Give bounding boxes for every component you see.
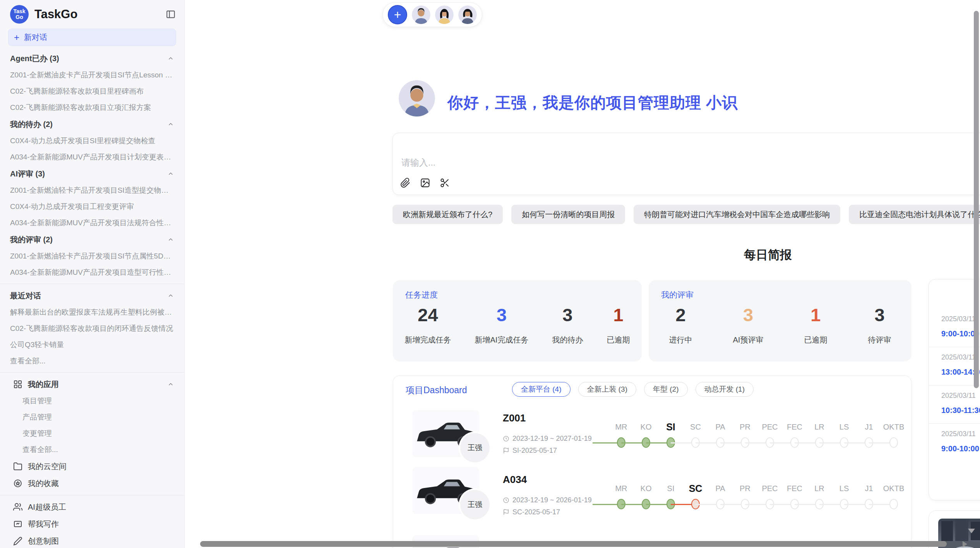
my-apps-header[interactable]: 我的应用: [0, 376, 184, 393]
chevron-up-icon: [167, 292, 174, 299]
suggestion-chip[interactable]: 欧洲新规最近颁布了什么?: [392, 205, 503, 224]
sidebar-task-item[interactable]: C0X4-动力总成开发项目工程变更评审: [0, 199, 184, 215]
chat-input[interactable]: [401, 155, 866, 170]
app-item[interactable]: 变更管理: [0, 425, 184, 442]
recent-chat-item[interactable]: C02-飞腾新能源轻客改款项目的闭环通告反馈情况: [0, 320, 184, 337]
creative-drawing-item[interactable]: 创意制图: [0, 533, 184, 548]
recent-view-all[interactable]: 查看全部...: [0, 353, 184, 369]
stat-item: 24 新增完成任务: [405, 304, 451, 345]
sidebar-task-item[interactable]: A034-全新新能源MUV产品开发项目法规符合性评审: [0, 215, 184, 231]
daily-briefing-title: 每日简报: [392, 247, 980, 263]
stat-label: 已逾期: [804, 335, 827, 345]
milestone-step: MR: [609, 422, 634, 448]
dashboard-filters: 全新平台 (4)全新上装 (3)年型 (2)动总开发 (1): [512, 382, 754, 397]
vertical-scrollbar-thumb[interactable]: [974, 11, 979, 388]
suggestion-chip[interactable]: 比亚迪全固态电池计划具体说了什么: [849, 205, 980, 224]
new-chat-button[interactable]: + 新对话: [8, 29, 176, 46]
project-owner-badge: 王强: [460, 490, 490, 519]
task-progress-card: 任务进度 24 新增完成任务 3 新增AI完成任务 3 我的待办: [393, 280, 642, 361]
milestone-label: FEC: [782, 422, 807, 432]
edit-square-icon: [13, 519, 22, 529]
scissors-icon[interactable]: [440, 178, 450, 188]
milestone-step: PEC: [757, 483, 782, 510]
clock-icon: [503, 497, 509, 503]
main-area: + 王强 你好，王强，我是你的项目管理助理 小识: [185, 0, 980, 548]
milestone-step: FEC: [782, 422, 807, 448]
chevron-up-icon: [167, 381, 174, 388]
assistant-avatar-1[interactable]: [412, 5, 430, 24]
scroll-right-arrow[interactable]: [963, 541, 967, 547]
sidebar-task-item[interactable]: Z001-全新燃油皮卡产品开发项目SI节点Lesson Learn报告: [0, 67, 184, 83]
new-chat-label: 新对话: [24, 32, 47, 43]
recent-chat-item[interactable]: 解释最新出台的欧盟报废车法规再生塑料比例被调至15%...: [0, 304, 184, 320]
schedule-item: 2025/03/11 9:00-10:00 X003-车辆动力学性能验... 加…: [929, 424, 980, 462]
folder-icon: [13, 462, 22, 471]
app-item[interactable]: 查看全部...: [0, 442, 184, 458]
stat-item: 2 进行中: [669, 304, 692, 345]
assistant-avatar-3[interactable]: [458, 5, 477, 24]
stat-label: 已逾期: [607, 335, 630, 345]
milestone-label: J1: [857, 483, 881, 493]
chevron-up-icon: [167, 236, 174, 243]
milestone-step: KO: [634, 483, 658, 510]
milestone-label: SC: [683, 483, 708, 493]
sidebar-task-item[interactable]: A034-全新新能源MUV产品开发项目造型可行性评审: [0, 264, 184, 281]
add-assistant-button[interactable]: +: [388, 5, 407, 24]
sidebar-task-item[interactable]: Z001-全新燃油轻卡产品开发项目SI节点属性5D文件评审: [0, 248, 184, 264]
recent-chat-item[interactable]: 公司Q3轻卡销量: [0, 337, 184, 353]
section-recent-chats[interactable]: 最近对话: [0, 287, 184, 304]
milestone-label: FEC: [782, 483, 807, 493]
sidebar-task-item[interactable]: C0X4-动力总成开发项目SI里程碑提交物检查: [0, 133, 184, 149]
milestone-step: KO: [634, 422, 658, 448]
filter-chip[interactable]: 全新上装 (3): [578, 382, 637, 397]
sidebar-header: Task Go TaskGo: [0, 0, 184, 27]
stat-value: 3: [868, 304, 891, 325]
attachment-icon[interactable]: [400, 178, 411, 188]
milestone-label: LS: [832, 483, 857, 493]
stat-item: 1 已逾期: [804, 304, 827, 345]
sidebar-task-item[interactable]: C02-飞腾新能源轻客改款项目立项汇报方案: [0, 99, 184, 116]
my-favorites-item[interactable]: 我的收藏: [0, 475, 184, 492]
sidebar-task-item[interactable]: Z001-全新燃油轻卡产品开发项目SI造型提交物评审: [0, 182, 184, 199]
scroll-down-arrow[interactable]: [968, 529, 975, 533]
recent-chat-items: 解释最新出台的欧盟报废车法规再生塑料比例被调至15%...C02-飞腾新能源轻客…: [0, 304, 184, 353]
filter-chip[interactable]: 动总开发 (1): [696, 382, 754, 397]
help-write-label: 帮我写作: [28, 519, 174, 529]
app-item[interactable]: 产品管理: [0, 409, 184, 425]
ai-super-staff-item[interactable]: AI超级员工: [0, 498, 184, 515]
suggestion-chip[interactable]: 如何写一份清晰的项目周报: [511, 205, 625, 224]
milestone-lead-line: [593, 422, 609, 448]
app-item[interactable]: 项目管理: [0, 393, 184, 409]
section-my-review[interactable]: 我的评审 (2): [0, 231, 184, 248]
stat-label: 新增完成任务: [405, 335, 451, 345]
filter-chip[interactable]: 年型 (2): [644, 382, 688, 397]
app-title: TaskGo: [34, 7, 166, 21]
sidebar-task-item[interactable]: C02-飞腾新能源轻客改款项目里程碑画布: [0, 83, 184, 99]
plus-icon: +: [14, 32, 19, 43]
milestone-label: MR: [609, 422, 634, 432]
view-all-schedule-link[interactable]: 查看所有日程: [929, 467, 980, 478]
flag-icon: [503, 447, 509, 454]
help-write-item[interactable]: 帮我写作: [0, 515, 184, 533]
schedule-item: 2025/03/11 10:30-11:30 C005-整车工程目标评审 加入: [929, 385, 980, 424]
collapse-sidebar-icon[interactable]: [166, 9, 176, 19]
milestone-step: SC: [683, 422, 708, 448]
section-label: AI评审 (3): [10, 169, 45, 179]
my-cloud-item[interactable]: 我的云空间: [0, 458, 184, 475]
milestone-label: PEC: [757, 483, 782, 493]
image-icon[interactable]: [420, 178, 430, 188]
filter-chip[interactable]: 全新平台 (4): [512, 382, 571, 397]
stat-item: 3 我的待办: [552, 304, 583, 345]
section-my-todo[interactable]: 我的待办 (2): [0, 116, 184, 133]
suggestion-chip[interactable]: 特朗普可能对进口汽车增税会对中国车企造成哪些影响: [634, 205, 840, 224]
flag-icon: [503, 509, 509, 515]
milestone-step: J1: [857, 422, 881, 448]
section-ai-review[interactable]: AI评审 (3): [0, 165, 184, 182]
horizontal-scrollbar-thumb[interactable]: [200, 541, 947, 547]
my-apps-label: 我的应用: [28, 379, 167, 390]
milestone-label: SI: [658, 422, 683, 432]
sidebar-task-item[interactable]: A034-全新新能源MUV产品开发项目计划变更表编写: [0, 149, 184, 165]
section-agent-done[interactable]: Agent已办 (3): [0, 50, 184, 67]
assistant-avatar-2[interactable]: [435, 5, 454, 24]
stat-value: 1: [804, 304, 827, 325]
